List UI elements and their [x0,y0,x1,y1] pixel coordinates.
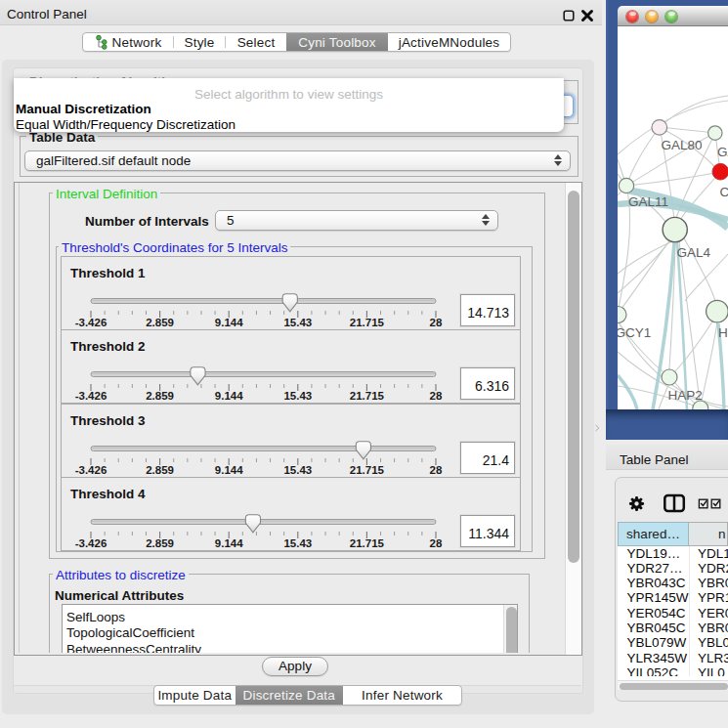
svg-text:2.859: 2.859 [146,390,174,402]
svg-text:-3.426: -3.426 [75,390,107,402]
svg-text:2.859: 2.859 [146,317,174,328]
svg-text:21.715: 21.715 [350,390,385,402]
svg-text:2.859: 2.859 [146,464,174,476]
svg-text:28: 28 [430,537,443,549]
svg-text:28: 28 [430,464,443,476]
svg-text:GAL4: GAL4 [677,245,711,260]
svg-text:2.859: 2.859 [146,537,174,549]
svg-text:9.144: 9.144 [215,390,243,402]
svg-text:21.715: 21.715 [350,464,385,476]
svg-text:GAL80: GAL80 [662,138,703,152]
svg-text:15.43: 15.43 [283,537,312,549]
svg-text:-3.426: -3.426 [75,464,107,476]
svg-text:28: 28 [430,390,443,402]
svg-text:9.144: 9.144 [215,464,243,476]
svg-text:28: 28 [430,317,443,328]
svg-text:GAL11: GAL11 [628,194,668,209]
svg-text:-3.426: -3.426 [75,317,107,328]
svg-text:15.43: 15.43 [283,317,312,328]
svg-text:15.43: 15.43 [283,464,312,476]
svg-text:GCY1: GCY1 [618,325,651,340]
svg-text:9.144: 9.144 [215,317,243,328]
svg-text:-3.426: -3.426 [75,537,107,549]
svg-text:21.715: 21.715 [350,537,385,549]
svg-text:21.715: 21.715 [350,317,385,328]
svg-text:HAP2: HAP2 [668,388,703,403]
svg-text:HIS: HIS [718,325,728,340]
svg-text:15.43: 15.43 [283,390,312,402]
svg-text:9.144: 9.144 [215,537,243,549]
svg-text:GAL7: GAL7 [717,145,728,159]
svg-text:CR: CR [720,185,728,199]
